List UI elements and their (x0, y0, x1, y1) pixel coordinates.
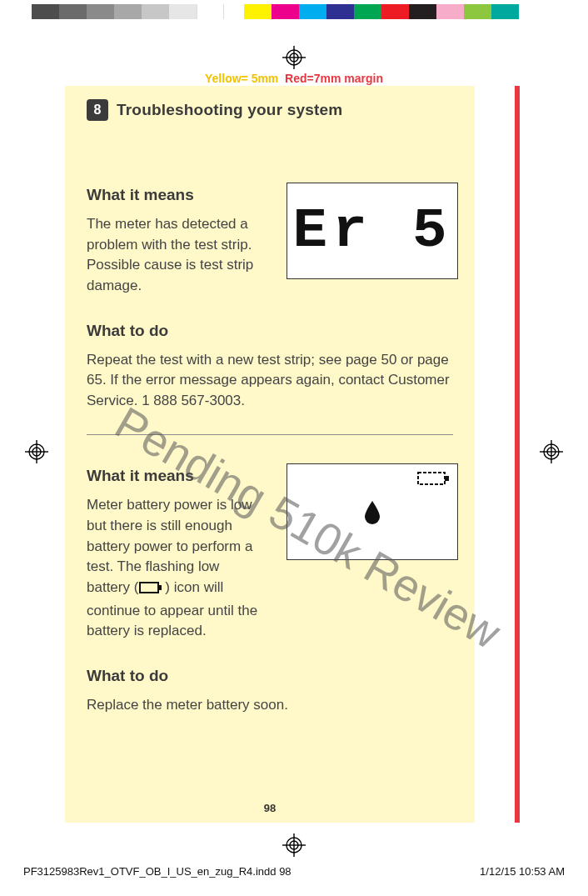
svg-rect-19 (158, 585, 162, 590)
lcd-display: Er 5 (287, 183, 458, 279)
lcd-error-code: Er 5 (292, 200, 452, 263)
blood-drop-icon (363, 500, 381, 528)
troubleshoot-entry: Er 5 What it means The meter has detecte… (87, 186, 453, 411)
battery-low-icon (417, 469, 451, 491)
heading-what-to-do: What to do (87, 322, 453, 340)
file-slug: PF3125983Rev1_OTVF_OB_I_US_en_zug_R4.ind… (23, 865, 292, 878)
heading-what-to-do: What to do (87, 667, 453, 685)
section-title: Troubleshooting your system (117, 101, 342, 119)
registration-mark-icon (282, 46, 306, 69)
lcd-display (287, 463, 458, 560)
svg-rect-18 (140, 583, 158, 593)
registration-mark-icon (540, 440, 563, 463)
page-number: 98 (65, 802, 475, 814)
margin-note: Yellow= 5mm Red=7mm margin (65, 72, 523, 85)
margin-note-red: Red=7mm margin (285, 72, 383, 85)
registration-mark-icon (25, 440, 48, 463)
print-proof-canvas: Yellow= 5mm Red=7mm margin 8 Troubleshoo… (0, 0, 588, 896)
means-body-text: Meter battery power is low but there is … (87, 495, 262, 641)
page-outer: Yellow= 5mm Red=7mm margin 8 Troubleshoo… (65, 68, 523, 834)
registration-mark-icon (282, 833, 306, 857)
entry-separator (87, 434, 453, 435)
page-content: 8 Troubleshooting your system Er 5 What … (65, 86, 475, 823)
calibration-colorbar (32, 4, 519, 19)
troubleshoot-entry: What it means Meter battery power is low… (87, 467, 453, 715)
do-body-text: Repeat the test with a new test strip; s… (87, 350, 453, 412)
section-number-badge: 8 (87, 99, 108, 121)
battery-low-icon (139, 580, 164, 601)
svg-rect-16 (418, 473, 445, 484)
red-margin-line (515, 86, 520, 823)
do-body-text: Replace the meter battery soon. (87, 695, 453, 716)
file-timestamp: 1/12/15 10:53 AM (480, 865, 565, 878)
section-header: 8 Troubleshooting your system (87, 86, 453, 121)
margin-note-yellow: Yellow= 5mm (205, 72, 278, 85)
svg-rect-17 (445, 476, 449, 481)
means-body-text: The meter has detected a problem with th… (87, 214, 262, 297)
